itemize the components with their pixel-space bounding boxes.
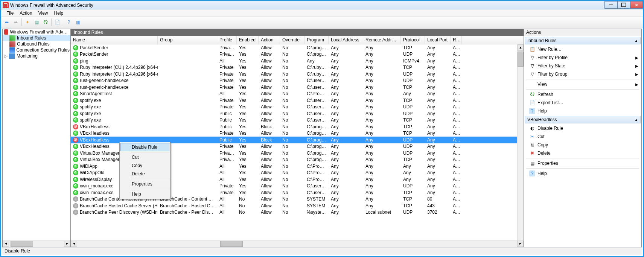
table-row[interactable]: spotify.exePrivateYesAllowNoC:\users\…An… <box>71 97 524 104</box>
table-row[interactable]: spotify.exePrivateYesAllowNoC:\users\…An… <box>71 104 524 111</box>
scroll-thumb[interactable] <box>220 241 243 247</box>
table-row[interactable]: SmartAgentTestAllYesAllowNoC:\Progr…AnyA… <box>71 91 524 97</box>
action-cut[interactable]: ✂Cut <box>524 132 641 141</box>
action-disable-rule[interactable]: ◐Disable Rule <box>524 124 641 132</box>
export-toolbar-button[interactable]: 📄 <box>53 18 61 26</box>
col-profile[interactable]: Profile <box>217 36 237 44</box>
rule-action: Allow <box>259 151 280 156</box>
action-refresh[interactable]: 🗘Refresh <box>524 90 641 99</box>
col-protocol[interactable]: Protocol <box>401 36 425 44</box>
minimize-button[interactable] <box>604 1 617 9</box>
scroll-thumb[interactable] <box>518 52 524 67</box>
table-row[interactable]: BranchCache Peer Discovery (WSD-In)Branc… <box>71 209 524 216</box>
col-remote-address[interactable]: Remote Address <box>363 36 401 44</box>
cm-copy[interactable]: Copy <box>120 161 169 170</box>
disable-icon: ◐ <box>529 125 535 131</box>
action-button[interactable]: ✦ <box>23 18 32 26</box>
actions-group-inbound[interactable]: Inbound Rules ▲ <box>525 37 641 44</box>
cm-properties[interactable]: Properties <box>120 180 169 188</box>
action-filter-group[interactable]: ▽Filter by Group▶ <box>524 70 641 78</box>
col-group[interactable]: Group <box>158 36 217 44</box>
col-enabled[interactable]: Enabled <box>237 36 259 44</box>
menu-file[interactable]: File <box>3 10 17 17</box>
rule-local-address: Any <box>329 164 363 169</box>
rule-remote-address: Any <box>363 45 401 50</box>
action-new-rule[interactable]: 📋New Rule… <box>524 45 641 53</box>
cm-disable-rule[interactable]: Disable Rule <box>120 143 169 151</box>
rule-protocol: TCP <box>401 203 425 208</box>
action-view[interactable]: View▶ <box>524 80 641 88</box>
rule-profile: All <box>217 164 237 169</box>
table-row[interactable]: rust-generic-handler.exePrivateYesAllowN… <box>71 84 524 91</box>
scroll-up-icon[interactable]: ▲ <box>518 44 524 51</box>
rule-remote-port: A… <box>451 131 462 136</box>
rule-program: Any <box>304 58 329 64</box>
collapse-icon[interactable]: ▲ <box>635 39 638 43</box>
menu-view[interactable]: View <box>35 10 51 17</box>
tree-inbound-rules[interactable]: Inbound Rules <box>3 35 70 41</box>
tree-outbound-rules[interactable]: Outbound Rules <box>3 41 70 47</box>
col-local-address[interactable]: Local Address <box>329 36 363 44</box>
forward-button[interactable]: ➡ <box>12 18 20 26</box>
rule-action: Allow <box>259 210 280 215</box>
properties-toolbar-button[interactable]: ▤ <box>32 18 41 26</box>
col-local-port[interactable]: Local Port <box>425 36 451 44</box>
action-properties[interactable]: ▤Properties <box>524 159 641 167</box>
table-row[interactable]: BranchCache Hosted Cache Server (HTT…Bra… <box>71 202 524 209</box>
tree-root[interactable]: Windows Firewall with Advanced Security <box>3 29 70 35</box>
help-toolbar-button[interactable]: ? <box>65 18 73 26</box>
table-row[interactable]: pingAllYesAllowNoAnyAnyAnyICMPv4AnyA… <box>71 58 524 64</box>
tree-monitoring[interactable]: ▷ Monitoring <box>3 53 70 59</box>
col-action[interactable]: Action <box>259 36 280 44</box>
col-override[interactable]: Override <box>280 36 304 44</box>
cm-cut[interactable]: Cut <box>120 153 169 161</box>
grid-vscrollbar[interactable]: ▲ <box>517 44 524 240</box>
col-name[interactable]: Name <box>71 36 158 44</box>
col-program[interactable]: Program <box>304 36 329 44</box>
action-export[interactable]: 📄Export List… <box>524 99 641 107</box>
rule-name: VBoxHeadless <box>80 131 110 136</box>
table-row[interactable]: VBoxHeadlessPrivateYesAllowNoC:\progr…An… <box>71 130 524 137</box>
menu-action[interactable]: Action <box>17 10 35 17</box>
grid-hscrollbar[interactable]: ◄ ► <box>71 240 524 247</box>
maximize-button[interactable] <box>617 1 630 9</box>
rule-local-port: Any <box>425 157 451 162</box>
scroll-left-icon[interactable]: ◄ <box>71 241 77 247</box>
table-row[interactable]: PacketSenderPrivate…YesAllowNoC:\progr…A… <box>71 51 524 58</box>
action-filter-profile[interactable]: ▽Filter by Profile▶ <box>524 53 641 62</box>
scroll-right-icon[interactable]: ► <box>517 241 524 247</box>
table-row[interactable]: spotify.exePublicYesAllowNoC:\users\…Any… <box>71 110 524 117</box>
table-row[interactable]: Ruby interpreter (CUI) 2.4.4p296 [x64-mi… <box>71 71 524 78</box>
col-remote-port[interactable]: R… <box>451 36 462 44</box>
rule-action: Allow <box>259 104 280 109</box>
cm-delete[interactable]: Delete <box>120 170 169 178</box>
tree-hscrollbar[interactable]: ◄ ► <box>3 240 70 247</box>
tree-connection-security[interactable]: Connection Security Rules <box>3 47 70 53</box>
close-button[interactable]: ✕ <box>630 1 643 9</box>
expand-icon[interactable]: ▷ <box>4 53 8 59</box>
menu-help[interactable]: Help <box>51 10 67 17</box>
action-delete[interactable]: ✖Delete <box>524 149 641 157</box>
scroll-left-icon[interactable]: ◄ <box>3 241 9 247</box>
table-row[interactable]: VBoxHeadlessPublicYesBlockNoC:\progr…Any… <box>71 123 524 130</box>
table-row[interactable]: spotify.exePublicYesAllowNoC:\users\…Any… <box>71 117 524 124</box>
table-row[interactable]: rust-generic-handler.exePrivateYesAllowN… <box>71 78 524 84</box>
action-help[interactable]: ?Help <box>524 107 641 115</box>
tree-pane: Windows Firewall with Advanced Security … <box>2 29 71 247</box>
action-help-2[interactable]: ?Help <box>524 169 641 178</box>
table-row[interactable]: Ruby interpreter (CUI) 2.4.4p296 [x64-mi… <box>71 64 524 71</box>
action-filter-state[interactable]: ▽Filter by State▶ <box>524 62 641 70</box>
rule-action: Allow <box>259 164 280 169</box>
scroll-right-icon[interactable]: ► <box>64 241 70 247</box>
rule-name: PacketSender <box>80 52 108 57</box>
table-row[interactable]: PacketSenderPrivate…YesAllowNoC:\progr…A… <box>71 44 524 51</box>
cm-help[interactable]: Help <box>120 190 169 198</box>
rule-status-icon <box>73 85 78 90</box>
refresh-toolbar-button[interactable]: 🗘 <box>41 18 50 26</box>
actions-group-selected[interactable]: VBoxHeadless ▲ <box>525 116 641 123</box>
collapse-icon[interactable]: ▲ <box>635 118 638 122</box>
show-actions-button[interactable]: ▥ <box>74 18 82 26</box>
action-copy[interactable]: ⎘Copy <box>524 141 641 149</box>
back-button[interactable]: ⬅ <box>3 18 11 26</box>
scroll-thumb[interactable] <box>11 241 33 247</box>
